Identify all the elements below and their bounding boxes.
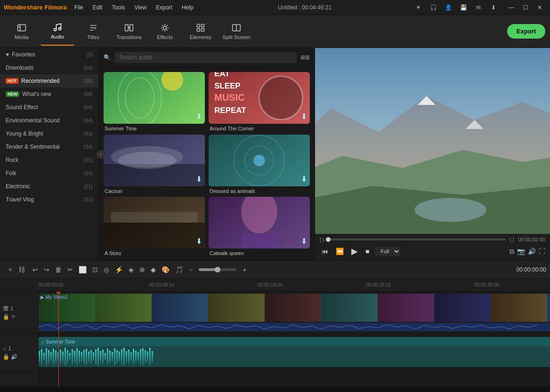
svg-rect-72: [107, 349, 108, 365]
tool-split-screen[interactable]: Split Screen: [219, 17, 253, 46]
svg-rect-71: [105, 353, 106, 360]
keyframe-button[interactable]: ◆: [149, 264, 157, 275]
audio-item-catwalk-queen[interactable]: ⬇ Catwalk queen: [209, 197, 310, 256]
maximize-button[interactable]: ☐: [519, 1, 532, 14]
sidebar-item-young-bright[interactable]: Young & Bright (43): [0, 127, 98, 140]
add-track-button[interactable]: ＋: [6, 264, 15, 275]
download-icon[interactable]: ⬇: [488, 2, 499, 13]
preview-play-button[interactable]: ▶: [349, 245, 360, 257]
snapshot-button[interactable]: 📷: [517, 248, 525, 256]
menu-file[interactable]: File: [70, 3, 87, 12]
audio-label-around-corner: Around The Corner: [209, 124, 310, 131]
stabilize-button[interactable]: ◎: [102, 264, 111, 275]
sidebar-item-travel-vlog[interactable]: Travel Vlog (21): [0, 193, 98, 206]
menu-view[interactable]: View: [130, 3, 150, 12]
svg-rect-52: [60, 350, 61, 364]
export-button[interactable]: Export: [507, 24, 545, 39]
audio-item-cacoun[interactable]: ⬇ Cacoun: [104, 135, 205, 193]
save-icon[interactable]: 💾: [458, 2, 469, 13]
zoom-in-button[interactable]: +: [241, 264, 248, 275]
sidebar-item-favorites[interactable]: ♥ Favorites (0): [0, 48, 98, 61]
sidebar-collapse-button[interactable]: ‹: [97, 150, 105, 159]
tool-audio[interactable]: Audio: [40, 17, 74, 46]
sidebar-item-recommended[interactable]: HOT Recommended (30): [0, 74, 98, 88]
tool-elements[interactable]: Elements: [184, 17, 218, 46]
sidebar-item-downloads[interactable]: Downloads (54): [0, 61, 98, 74]
track-eye-icon[interactable]: 👁: [11, 314, 16, 320]
close-button[interactable]: ✕: [533, 1, 546, 14]
svg-rect-56: [69, 353, 71, 360]
audio-sync-button[interactable]: 🎵: [174, 264, 185, 275]
audio-clip-header[interactable]: ♪ Summer Time: [39, 337, 550, 346]
svg-rect-51: [57, 352, 59, 361]
fit-button[interactable]: ⊡: [91, 264, 99, 275]
undo-button[interactable]: ↩: [31, 264, 40, 275]
preview-skip-back-button[interactable]: ⏮: [320, 247, 330, 256]
audio-volume-icon[interactable]: 🔊: [11, 354, 17, 360]
audio-item-a-story[interactable]: ⬇ A Story: [104, 197, 205, 256]
audio-lock-icon[interactable]: 🔒: [3, 354, 9, 360]
sun-icon[interactable]: ☀: [412, 2, 424, 13]
app-logo: Wondershare Filmora: [4, 4, 66, 11]
tool-effects[interactable]: Effects: [148, 17, 182, 46]
notification-icon[interactable]: ✉: [473, 2, 484, 13]
progress-bar-track[interactable]: [328, 239, 506, 240]
menu-edit[interactable]: Edit: [89, 3, 106, 12]
audio-item-around-corner[interactable]: EAT SLEEP MUSIC REPEAT ⬇ Around The Corn…: [209, 72, 310, 131]
mask-button[interactable]: ◈: [127, 264, 135, 275]
tool-transitions[interactable]: Transitions: [112, 17, 146, 46]
sidebar-item-rock[interactable]: Rock (21): [0, 153, 98, 167]
svg-rect-7: [197, 24, 200, 27]
timeline-add-track-buttons: ＋ ⛓: [4, 261, 28, 279]
ruler-mark-3: 00:00:28:18: [366, 282, 391, 288]
zoom-out-button[interactable]: −: [187, 264, 194, 275]
sidebar-item-environmental[interactable]: Environmental Sound (64): [0, 114, 98, 127]
svg-rect-78: [121, 349, 122, 364]
sidebar-item-whats-new-label: What's new: [22, 91, 51, 97]
sidebar-item-sound-effect[interactable]: Sound Effect (54): [0, 101, 98, 114]
menu-export[interactable]: Export: [152, 3, 176, 12]
audio-item-summer-time[interactable]: ⬇ Summer Time: [104, 72, 205, 131]
preview-frame-back-button[interactable]: ⏪: [334, 247, 346, 256]
pip-button[interactable]: ⧉: [510, 248, 514, 256]
delete-button[interactable]: 🗑: [54, 264, 63, 275]
redo-button[interactable]: ↪: [42, 264, 51, 275]
motion-track-button[interactable]: ⊕: [138, 264, 146, 275]
account-icon[interactable]: 👤: [443, 2, 454, 13]
sidebar-item-environmental-label: Environmental Sound: [6, 117, 60, 124]
tool-media[interactable]: Media: [5, 17, 39, 46]
menu-help[interactable]: Help: [178, 3, 197, 12]
sidebar-item-tender[interactable]: Tender & Sentimental (34): [0, 140, 98, 153]
minimize-button[interactable]: —: [505, 1, 518, 14]
sidebar-item-folk[interactable]: Folk (34): [0, 167, 98, 180]
color-button[interactable]: 🎨: [160, 264, 171, 275]
track-lock-icon[interactable]: 🔒: [3, 314, 9, 320]
preview-video: [315, 48, 550, 234]
progress-dot: [326, 237, 331, 242]
svg-rect-66: [93, 352, 94, 361]
tool-titles[interactable]: T Titles: [76, 17, 110, 46]
link-button[interactable]: ⛓: [17, 264, 26, 275]
headphone-icon[interactable]: 🎧: [428, 2, 439, 13]
menu-tools[interactable]: Tools: [108, 3, 129, 12]
sidebar-item-rock-label: Rock: [6, 157, 18, 163]
sidebar-item-whats-new[interactable]: NEW What's new (58): [0, 88, 98, 101]
speed-button[interactable]: ⚡: [113, 264, 124, 275]
audio-item-dressed-animals[interactable]: ⬇ Dressed as animals: [209, 135, 310, 193]
search-input[interactable]: [114, 52, 297, 63]
download-indicator-4: ⬇: [301, 175, 307, 184]
crop-button[interactable]: ⬜: [77, 264, 88, 275]
project-title: Untitled : 00:04:46:21: [278, 4, 332, 11]
zoom-slider-thumb[interactable]: [215, 267, 220, 272]
resolution-select[interactable]: Full 1/2 1/4: [375, 247, 400, 256]
cut-button[interactable]: ✂: [66, 264, 74, 275]
sidebar-item-electronic[interactable]: Electronic (21): [0, 180, 98, 193]
video-clip[interactable]: ▶ My Video1: [39, 294, 550, 322]
timeline-horizontal-scrollbar[interactable]: [0, 386, 550, 392]
titlebar-left: Wondershare Filmora File Edit Tools View…: [4, 3, 197, 12]
zoom-slider-track[interactable]: [199, 268, 236, 271]
volume-button[interactable]: 🔊: [528, 248, 536, 256]
preview-stop-button[interactable]: ■: [364, 247, 371, 256]
grid-view-icon[interactable]: ⊞⊞: [300, 54, 310, 61]
fullscreen-button[interactable]: ⛶: [539, 248, 545, 256]
